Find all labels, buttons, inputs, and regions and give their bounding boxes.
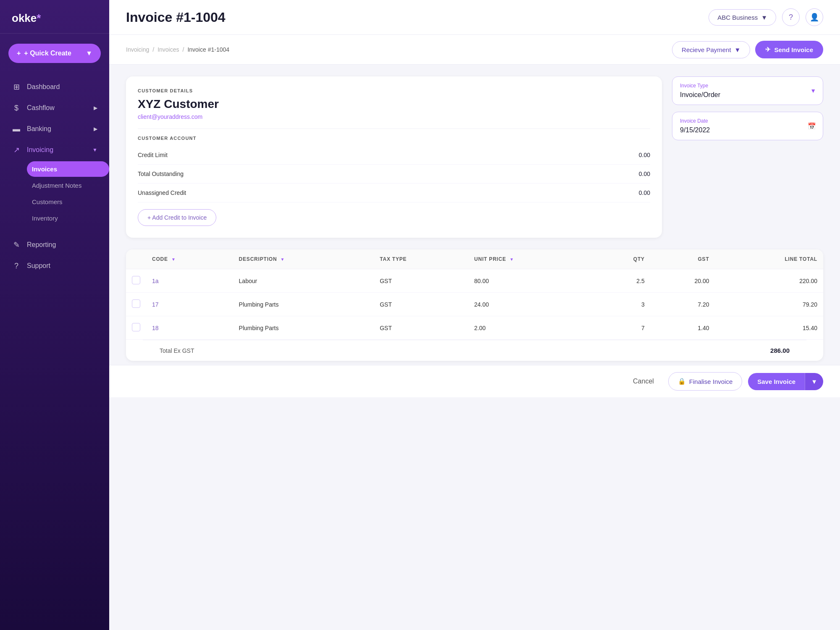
gst-header: GST	[651, 249, 715, 269]
user-button[interactable]: 👤	[806, 8, 823, 26]
row-unit-price: 80.00	[468, 269, 594, 293]
unassigned-credit-row: Unassigned Credit 0.00	[138, 184, 650, 202]
row-checkbox[interactable]	[132, 299, 140, 308]
dashboard-icon: ⊞	[12, 82, 21, 92]
help-button[interactable]: ?	[782, 8, 800, 26]
row-checkbox-cell[interactable]	[126, 316, 146, 340]
send-invoice-label: Send Invoice	[774, 46, 813, 53]
quick-create-button[interactable]: + + Quick Create ▼	[8, 44, 101, 63]
row-qty: 2.5	[594, 269, 651, 293]
main-content: Invoice #1-1004 ABC Business ▼ ? 👤 Invoi…	[109, 0, 840, 630]
save-invoice-dropdown-button[interactable]: ▼	[805, 373, 823, 390]
row-unit-price: 2.00	[468, 316, 594, 340]
add-credit-button[interactable]: + Add Credit to Invoice	[138, 209, 216, 226]
chevron-down-icon: ▼	[761, 14, 767, 21]
save-invoice-button[interactable]: Save Invoice	[748, 373, 805, 390]
left-panel: CUSTOMER DETAILS XYZ Customer client@you…	[126, 76, 662, 238]
sidebar-item-cashflow[interactable]: $ Cashflow ▶	[0, 97, 109, 118]
finalise-label: Finalise Invoice	[689, 378, 732, 385]
sidebar-item-inventory[interactable]: Inventory	[27, 210, 109, 226]
chevron-right-icon: ▶	[94, 105, 97, 111]
sidebar-item-label: Reporting	[27, 241, 56, 249]
row-qty: 3	[594, 293, 651, 316]
customer-details-label: CUSTOMER DETAILS	[138, 88, 650, 93]
sidebar-item-customers[interactable]: Customers	[27, 194, 109, 210]
breadcrumb-actions: Recieve Payment ▼ ✈ Send Invoice	[672, 41, 823, 58]
app-logo: okke*	[0, 0, 109, 34]
row-checkbox-cell[interactable]	[126, 293, 146, 316]
business-selector[interactable]: ABC Business ▼	[709, 9, 776, 26]
row-gst: 20.00	[651, 269, 715, 293]
sidebar-item-label: Cashflow	[27, 104, 55, 112]
qty-header: QTY	[594, 249, 651, 269]
breadcrumb: Invoicing / Invoices / Invoice #1-1004	[126, 46, 229, 53]
chevron-down-icon: ▼	[810, 87, 816, 94]
sidebar-item-invoicing[interactable]: ↗ Invoicing ▼	[0, 139, 109, 160]
topbar: Invoice #1-1004 ABC Business ▼ ? 👤	[109, 0, 840, 35]
receive-payment-label: Recieve Payment	[682, 46, 731, 53]
send-icon: ✈	[765, 46, 771, 53]
invoice-date-label: Invoice Date	[680, 118, 815, 124]
page-title: Invoice #1-1004	[126, 10, 226, 25]
table-row: 17 Plumbing Parts GST 24.00 3 7.20 79.20	[126, 293, 823, 316]
cancel-button[interactable]: Cancel	[625, 373, 662, 390]
tax-type-header: TAX TYPE	[374, 249, 468, 269]
row-checkbox[interactable]	[132, 276, 140, 284]
sidebar-item-label: Dashboard	[27, 83, 60, 91]
total-outstanding-row: Total Outstanding 0.00	[138, 165, 650, 184]
sidebar-nav: ⊞ Dashboard $ Cashflow ▶ ▬ Banking ▶ ↗ I…	[0, 73, 109, 630]
divider	[138, 129, 650, 129]
row-unit-price: 24.00	[468, 293, 594, 316]
row-description: Labour	[233, 269, 374, 293]
customer-account-label: CUSTOMER ACCOUNT	[138, 136, 650, 141]
finalise-invoice-button[interactable]: 🔒 Finalise Invoice	[668, 372, 742, 391]
receive-payment-button[interactable]: Recieve Payment ▼	[672, 41, 750, 58]
row-code: 1a	[146, 269, 233, 293]
calendar-icon: 📅	[808, 122, 816, 130]
sidebar-item-banking[interactable]: ▬ Banking ▶	[0, 118, 109, 139]
credit-limit-label: Credit Limit	[138, 152, 168, 158]
sidebar-item-support[interactable]: ? Support	[0, 255, 109, 276]
row-checkbox-cell[interactable]	[126, 269, 146, 293]
business-name: ABC Business	[717, 14, 758, 21]
content-area: CUSTOMER DETAILS XYZ Customer client@you…	[109, 65, 840, 249]
description-header: DESCRIPTION ▼	[233, 249, 374, 269]
breadcrumb-separator: /	[152, 46, 154, 53]
sidebar-item-adjustment-notes[interactable]: Adjustment Notes	[27, 178, 109, 193]
row-line-total: 220.00	[715, 269, 823, 293]
row-line-total: 79.20	[715, 293, 823, 316]
row-tax-type: GST	[374, 269, 468, 293]
total-outstanding-label: Total Outstanding	[138, 171, 184, 177]
sort-icon: ▼	[509, 257, 514, 262]
table-row: 18 Plumbing Parts GST 2.00 7 1.40 15.40	[126, 316, 823, 340]
code-header: CODE ▼	[146, 249, 233, 269]
quick-create-chevron-icon: ▼	[86, 50, 92, 57]
row-checkbox[interactable]	[132, 323, 140, 331]
reporting-icon: ✎	[12, 240, 21, 249]
invoicing-submenu: Invoices Adjustment Notes Customers Inve…	[0, 161, 109, 226]
invoice-type-field[interactable]: Invoice Type Invoice/Order ▼	[672, 76, 823, 105]
invoice-date-field[interactable]: Invoice Date 9/15/2022 📅	[672, 112, 823, 140]
sidebar-item-invoices[interactable]: Invoices	[27, 161, 109, 177]
send-invoice-button[interactable]: ✈ Send Invoice	[755, 41, 823, 58]
breadcrumb-invoicing[interactable]: Invoicing	[126, 46, 149, 53]
save-invoice-group: Save Invoice ▼	[748, 373, 823, 390]
total-outstanding-value: 0.00	[639, 171, 650, 177]
credit-limit-row: Credit Limit 0.00	[138, 146, 650, 165]
breadcrumb-invoices[interactable]: Invoices	[158, 46, 179, 53]
sidebar-item-label: Invoicing	[27, 146, 53, 154]
total-ex-gst-value: 286.00	[770, 347, 790, 354]
checkbox-header	[126, 249, 146, 269]
line-total-header: LINE TOTAL	[715, 249, 823, 269]
chevron-down-icon: ▼	[811, 378, 817, 385]
row-line-total: 15.40	[715, 316, 823, 340]
sort-icon: ▼	[171, 257, 176, 262]
sidebar-item-reporting[interactable]: ✎ Reporting	[0, 234, 109, 255]
invoice-items: CODE ▼ DESCRIPTION ▼ TAX TYPE UNIT PRICE…	[126, 249, 823, 340]
line-items-table: CODE ▼ DESCRIPTION ▼ TAX TYPE UNIT PRICE…	[126, 249, 823, 361]
row-tax-type: GST	[374, 316, 468, 340]
sidebar-item-dashboard[interactable]: ⊞ Dashboard	[0, 76, 109, 97]
row-description: Plumbing Parts	[233, 293, 374, 316]
chevron-right-icon: ▶	[94, 126, 97, 132]
invoicing-icon: ↗	[12, 145, 21, 155]
